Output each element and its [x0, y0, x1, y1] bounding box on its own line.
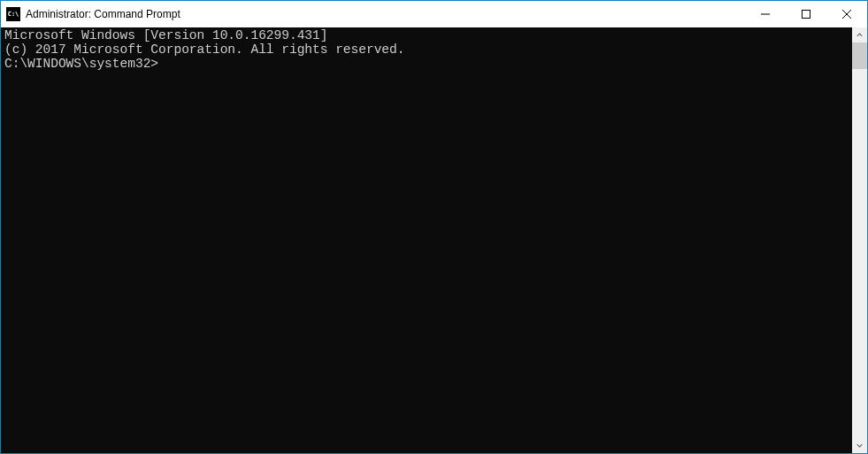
scroll-down-button[interactable] — [852, 438, 867, 453]
prompt-path: C:\WINDOWS\system32> — [4, 57, 158, 71]
chevron-down-icon — [856, 442, 863, 449]
prompt-line: C:\WINDOWS\system32> — [4, 57, 852, 71]
maximize-icon — [802, 10, 810, 19]
maximize-button[interactable] — [786, 1, 826, 27]
client-area: Microsoft Windows [Version 10.0.16299.43… — [1, 27, 867, 453]
minimize-button[interactable] — [745, 1, 786, 27]
scrollbar-track[interactable] — [852, 42, 867, 438]
titlebar[interactable]: C:\ Administrator: Command Prompt — [1, 1, 867, 27]
chevron-up-icon — [856, 32, 863, 38]
cmd-icon: C:\ — [6, 7, 20, 21]
command-prompt-window: C:\ Administrator: Command Prompt Micros… — [0, 0, 868, 454]
scroll-up-button[interactable] — [852, 27, 867, 42]
terminal-output[interactable]: Microsoft Windows [Version 10.0.16299.43… — [1, 27, 852, 453]
minimize-icon — [761, 10, 770, 19]
terminal-line: (c) 2017 Microsoft Corporation. All righ… — [4, 42, 852, 57]
scrollbar-thumb[interactable] — [852, 42, 867, 69]
window-title: Administrator: Command Prompt — [26, 8, 745, 20]
terminal-line: Microsoft Windows [Version 10.0.16299.43… — [4, 28, 852, 42]
close-icon — [842, 10, 851, 19]
window-controls — [745, 1, 867, 27]
close-button[interactable] — [826, 1, 867, 27]
svg-rect-1 — [803, 11, 810, 19]
vertical-scrollbar[interactable] — [852, 27, 867, 453]
